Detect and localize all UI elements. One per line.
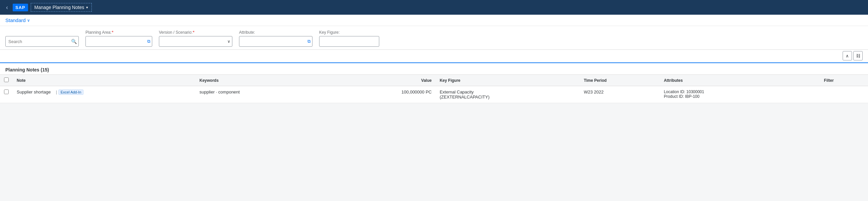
attribute-input-wrapper: ⧉ [239, 36, 312, 47]
attribute-field: Attribute: ⧉ [239, 30, 312, 47]
table-title: Planning Notes (15) [5, 67, 49, 73]
app-title-menu[interactable]: Manage Planning Notes ▾ [31, 3, 92, 12]
search-icon[interactable]: 🔍 [71, 39, 77, 44]
row-keyfigure-cell: External Capacity(ZEXTERNALCAPACITY) [436, 86, 580, 103]
col-timeperiod: Time Period [580, 75, 660, 86]
row-attributes-cell: Location ID: 10300001 Product ID: IBP-10… [660, 86, 820, 103]
attribute-copy-icon[interactable]: ⧉ [307, 39, 310, 44]
app-title: Manage Planning Notes [34, 5, 84, 10]
planning-area-field: Planning Area:* ⧉ [86, 30, 152, 47]
app-header: ‹ SAP Manage Planning Notes ▾ [0, 0, 868, 15]
col-keywords: Keywords [196, 75, 340, 86]
version-scenario-input[interactable] [159, 36, 232, 47]
col-note: Note [13, 75, 196, 86]
row-timeperiod-text: W23 2022 [584, 89, 603, 94]
filter-area: 🔍 Planning Area:* ⧉ Version / Scenario:*… [0, 26, 868, 50]
row-filter-cell [820, 86, 868, 103]
row-checkbox-cell [0, 86, 13, 103]
link-filter-button[interactable]: ⛓ [853, 51, 863, 60]
row-attr1-text: Location ID: 10300001 [664, 89, 816, 94]
planning-area-copy-icon[interactable]: ⧉ [147, 39, 150, 44]
row-keyfigure-text: External Capacity(ZEXTERNALCAPACITY) [440, 89, 489, 99]
attribute-input[interactable] [239, 36, 312, 47]
row-note-cell: Supplier shortage | Excel Add-In [13, 86, 196, 103]
version-scenario-label: Version / Scenario:* [159, 30, 232, 35]
filter-row: 🔍 Planning Area:* ⧉ Version / Scenario:*… [5, 30, 863, 47]
key-figure-label: Key Figure: [319, 30, 379, 35]
sap-logo: SAP [13, 4, 28, 11]
search-field: 🔍 [5, 36, 79, 47]
standard-view-button[interactable]: Standard ∨ [5, 17, 30, 23]
standard-view-chevron-icon: ∨ [27, 18, 30, 23]
collapse-icon: ∧ [846, 53, 849, 58]
row-timeperiod-cell: W23 2022 [580, 86, 660, 103]
key-figure-input-wrapper [319, 36, 379, 47]
key-figure-field: Key Figure: [319, 30, 379, 47]
row-note-text: Supplier shortage [17, 89, 51, 94]
attribute-label: Attribute: [239, 30, 312, 35]
table-area: Planning Notes (15) Note Keywords Value … [0, 63, 868, 103]
planning-area-input[interactable] [86, 36, 152, 47]
key-figure-input[interactable] [319, 36, 379, 47]
toolbar: Standard ∨ [0, 15, 868, 26]
table-row: Supplier shortage | Excel Add-In supplie… [0, 86, 868, 103]
filter-actions: ∧ ⛓ [0, 50, 868, 63]
planning-area-label: Planning Area:* [86, 30, 152, 35]
col-attributes: Attributes [660, 75, 820, 86]
planning-notes-table: Note Keywords Value Key Figure Time Peri… [0, 75, 868, 103]
row-value-cell: 100,000000 PC [340, 86, 436, 103]
search-input-wrapper: 🔍 [5, 36, 79, 47]
col-checkbox [0, 75, 13, 86]
back-icon: ‹ [6, 4, 8, 11]
version-scenario-chevron-icon[interactable]: ∨ [227, 39, 230, 44]
col-filter: Filter [820, 75, 868, 86]
search-input[interactable] [5, 36, 79, 47]
col-value: Value [340, 75, 436, 86]
row-tag: Excel Add-In [58, 89, 84, 95]
standard-view-label: Standard [5, 17, 26, 23]
app-title-arrow-icon: ▾ [86, 5, 88, 10]
row-keywords-text: supplier · component [199, 89, 240, 94]
version-scenario-input-wrapper: ∨ [159, 36, 232, 47]
col-keyfigure: Key Figure [436, 75, 580, 86]
table-column-headers: Note Keywords Value Key Figure Time Peri… [0, 75, 868, 86]
planning-area-input-wrapper: ⧉ [86, 36, 152, 47]
collapse-filter-button[interactable]: ∧ [843, 51, 852, 60]
table-header-row: Planning Notes (15) [0, 63, 868, 75]
version-scenario-field: Version / Scenario:* ∨ [159, 30, 232, 47]
back-button[interactable]: ‹ [4, 3, 10, 12]
select-all-checkbox[interactable] [4, 78, 9, 82]
pipe-separator: | [56, 89, 58, 94]
row-value-text: 100,000000 PC [402, 89, 432, 94]
table-wrapper: Planning Notes (15) Note Keywords Value … [0, 63, 868, 103]
link-icon: ⛓ [856, 53, 860, 58]
row-keywords-cell: supplier · component [196, 86, 340, 103]
row-attr2-text: Product ID: IBP-100 [664, 94, 816, 99]
row-checkbox[interactable] [4, 89, 9, 94]
